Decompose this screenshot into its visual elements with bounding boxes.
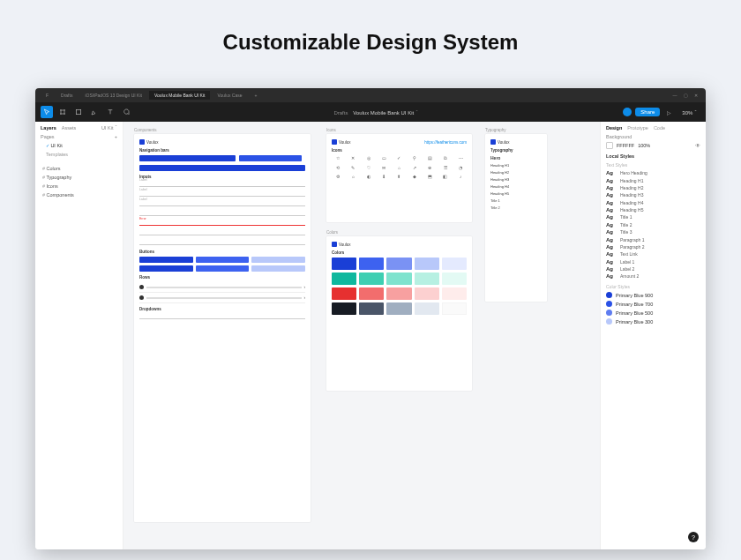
layer-typography[interactable]: Typography (41, 173, 117, 182)
layer-icons[interactable]: Icons (41, 182, 117, 190)
file-title[interactable]: Drafts Voulux Mobile Bank UI Kit ˅ (136, 109, 619, 116)
text-style-item[interactable]: AgHeading H2 (606, 184, 700, 191)
user-avatar[interactable] (623, 108, 632, 116)
text-style-item[interactable]: AgTitle 3 (606, 228, 700, 235)
text-styles-heading: Text Styles (606, 162, 700, 168)
background-swatch[interactable] (606, 142, 613, 149)
tab-voulux-kit[interactable]: Voulux Mobile Bank UI Kit (149, 91, 211, 100)
frame-label: Components (134, 128, 157, 132)
section-buttons: Buttons (139, 250, 305, 254)
pen-tool[interactable] (88, 106, 101, 118)
comment-tool[interactable] (120, 106, 132, 118)
icon-grid: ☆✕◎▭✓⚲▤⧉⋯ ⟲✎♡✉⌂↗⊕☰◔ ⚙⌕◐⬇⬆◆⬒◧♪ (332, 155, 467, 179)
background-hex[interactable]: FFFFFF (617, 143, 634, 148)
shape-tool[interactable] (72, 106, 85, 118)
new-tab[interactable]: + (250, 91, 263, 100)
text-style-item[interactable]: AgHero Heading (606, 169, 700, 176)
color-style-item[interactable]: Primary Blue 300 (606, 317, 700, 326)
page-heading: Customizable Design System (0, 0, 741, 71)
section-inputs: Inputs (139, 175, 305, 179)
inspector-panel: Design Prototype Code Background FFFFFF … (600, 122, 706, 549)
frame-label: Icons (326, 128, 336, 132)
text-style-item[interactable]: AgHeading H3 (606, 191, 700, 198)
color-style-item[interactable]: Primary Blue 900 (606, 291, 700, 300)
layers-tab[interactable]: Layers (41, 125, 56, 131)
tab-ios[interactable]: iOS/iPadOS 13 Design UI Kit (79, 91, 146, 100)
code-tab[interactable]: Code (654, 125, 665, 131)
window-close[interactable]: ✕ (692, 93, 700, 98)
assets-tab[interactable]: Assets (62, 125, 77, 131)
brand-logo-icon (139, 139, 145, 145)
frame-colors[interactable]: Colors Voulux Colors (326, 236, 472, 391)
text-style-item[interactable]: AgAmount 2 (606, 273, 700, 280)
typography-heading: Typography (490, 148, 542, 153)
present-button[interactable]: ▷ (663, 109, 675, 116)
color-styles-heading: Color Styles (606, 284, 700, 289)
design-canvas[interactable]: Components Voulux Navigation bars Inputs… (124, 122, 600, 549)
zoom-control[interactable]: 30% ˅ (678, 109, 700, 116)
layers-panel: Layers Assets UI Kit ˅ Pages + UI Kit Te… (35, 122, 124, 549)
text-style-item[interactable]: AgHeading H5 (606, 206, 700, 213)
app-window: F Drafts iOS/iPadOS 13 Design UI Kit Vou… (35, 88, 706, 549)
pages-heading: Pages (41, 134, 55, 139)
page-ui-kit[interactable]: UI Kit (41, 141, 117, 150)
color-swatches (332, 258, 467, 315)
section-dropdowns: Dropdowns (139, 307, 305, 311)
section-rows: Rows (139, 275, 305, 280)
text-style-item[interactable]: AgTitle 2 (606, 221, 700, 228)
text-style-item[interactable]: AgLabel 1 (606, 258, 700, 265)
add-page[interactable]: + (115, 134, 117, 139)
text-tool[interactable] (104, 106, 116, 118)
frame-typography[interactable]: Typography Voulux Typography Hero Headin… (485, 134, 547, 302)
window-maximize[interactable]: ▢ (681, 93, 690, 98)
workspace: Layers Assets UI Kit ˅ Pages + UI Kit Te… (35, 122, 706, 549)
text-style-item[interactable]: AgParagraph 2 (606, 243, 700, 250)
color-style-item[interactable]: Primary Blue 500 (606, 309, 700, 317)
tab-voulux-case[interactable]: Voulux Case (212, 91, 247, 100)
frame-label: Colors (326, 230, 338, 235)
background-opacity[interactable]: 100% (638, 143, 650, 148)
background-label: Background (606, 134, 700, 139)
frame-tool[interactable] (56, 106, 69, 118)
text-style-item[interactable]: AgParagraph 1 (606, 235, 700, 243)
text-style-item[interactable]: AgHeading H1 (606, 176, 700, 183)
frame-icons[interactable]: Icons Vouluxhttps://feathericons.com Ico… (326, 134, 472, 222)
layer-colors[interactable]: Colors (41, 164, 117, 173)
share-button[interactable]: Share (635, 108, 660, 116)
visibility-icon[interactable]: 👁 (695, 143, 700, 148)
figma-menu[interactable]: F (41, 91, 54, 100)
window-titlebar: F Drafts iOS/iPadOS 13 Design UI Kit Vou… (35, 88, 706, 102)
frame-components[interactable]: Components Voulux Navigation bars Inputs… (134, 134, 311, 522)
text-style-item[interactable]: AgText Link (606, 250, 700, 258)
help-button[interactable]: ? (688, 532, 699, 542)
design-tab[interactable]: Design (606, 125, 622, 131)
text-style-item[interactable]: AgLabel 2 (606, 265, 700, 273)
window-minimize[interactable]: — (670, 93, 679, 98)
section-nav: Navigation bars (139, 148, 305, 153)
brand-logo-icon (332, 242, 337, 247)
colors-heading: Colors (332, 250, 467, 255)
page-scope[interactable]: UI Kit ˅ (101, 125, 117, 131)
icons-heading: Icons (332, 148, 467, 153)
page-templates[interactable]: Templates (41, 150, 117, 159)
brand-logo-icon (332, 139, 337, 145)
color-style-item[interactable]: Primary Blue 700 (606, 300, 700, 309)
brand-logo-icon (490, 139, 496, 145)
main-toolbar: Drafts Voulux Mobile Bank UI Kit ˅ Share… (35, 102, 706, 122)
text-style-item[interactable]: AgHeading H4 (606, 199, 700, 206)
svg-rect-0 (76, 109, 80, 114)
text-style-item[interactable]: AgTitle 1 (606, 213, 700, 220)
prototype-tab[interactable]: Prototype (627, 125, 648, 131)
move-tool[interactable] (41, 106, 53, 118)
tab-drafts[interactable]: Drafts (56, 91, 78, 100)
layer-components[interactable]: Components (41, 190, 117, 199)
local-styles-heading: Local Styles (606, 153, 700, 159)
frame-label: Typography (485, 128, 506, 132)
